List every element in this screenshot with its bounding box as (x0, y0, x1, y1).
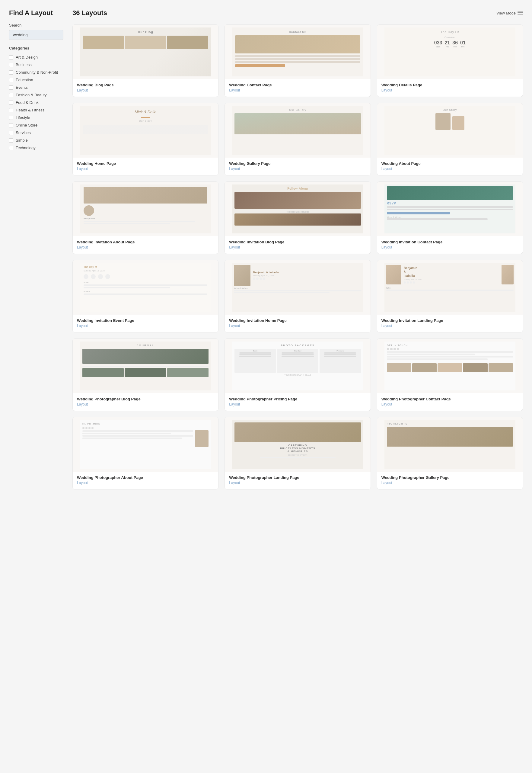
category-label: Health & Fitness (16, 108, 44, 112)
col-title: Standard (294, 350, 301, 352)
sidebar-item-health[interactable]: Health & Fitness (9, 106, 63, 114)
count-label: days (436, 46, 441, 48)
thumb-title: HI, I'M JOHN (82, 423, 209, 425)
card-thumbnail: The Day of Sunday, April 12, 2024 When W… (73, 260, 218, 314)
contact-imgs (387, 363, 513, 372)
thumb-portrait (84, 205, 94, 216)
card-thumbnail: RSVP When & Where (377, 182, 523, 236)
sidebar-item-technology[interactable]: Technology (9, 144, 63, 152)
layout-card-wedding-about[interactable]: Our Story Wedding About Page Layout (377, 103, 523, 175)
category-checkbox[interactable] (9, 116, 13, 120)
search-input[interactable] (9, 30, 63, 40)
layout-card-photo-blog[interactable]: JOURNAL Wedding Photographer Blog Page L… (72, 338, 218, 411)
thumb-top: Benjamin&Isabella Sunday, April 12, 2021 (386, 265, 514, 285)
star (91, 427, 94, 429)
card-label: Layout (229, 167, 366, 171)
layout-card-photo-pricing[interactable]: PHOTO PACKAGES Basic Standard (225, 338, 371, 411)
layout-card-wedding-blog[interactable]: Our Blog Wedding Blog Page Layout (72, 24, 218, 97)
sidebar-item-lifestyle[interactable]: Lifestyle (9, 114, 63, 121)
card-label: Layout (381, 481, 518, 485)
card-label: Layout (229, 481, 366, 485)
category-checkbox[interactable] (9, 108, 13, 112)
layout-card-photo-about[interactable]: HI, I'M JOHN (72, 417, 218, 490)
thumb-form (235, 55, 360, 67)
search-label: Search (9, 23, 63, 27)
thumb-icon (410, 281, 412, 283)
thumb-img (234, 213, 361, 225)
thumb-icon (256, 277, 259, 280)
form-button (235, 64, 285, 67)
thumb-where: When (84, 281, 207, 283)
layout-card-inv-home[interactable]: Benjamin & Isabella Sunday, April 12, 20… (225, 260, 371, 332)
thumb-sub: When & Where (387, 216, 513, 218)
sidebar-item-community[interactable]: Community & Non-Profit (9, 69, 63, 76)
thumb-icon (253, 277, 255, 280)
thumb-line (386, 289, 514, 291)
inv-home-thumb: Benjamin & Isabella Sunday, April 12, 20… (232, 263, 363, 312)
layout-card-photo-contact[interactable]: GET IN TOUCH (377, 338, 523, 411)
sidebar-item-simple[interactable]: Simple (9, 136, 63, 144)
thumb-sub: The Road Less Traveled (286, 211, 309, 213)
layout-card-wedding-contact[interactable]: Contact US Wedding Contact Page Layout (225, 24, 371, 97)
layout-card-inv-blog[interactable]: Follow Along The Road Less Traveled Wedd… (225, 181, 371, 254)
layout-card-inv-landing[interactable]: Benjamin&Isabella Sunday, April 12, 2021 (377, 260, 523, 332)
sidebar-item-food[interactable]: Food & Drink (9, 99, 63, 106)
category-checkbox[interactable] (9, 101, 13, 105)
thumb-name: Benjamin&Isabella (404, 266, 499, 278)
thumb-line (82, 366, 209, 367)
contact-line (387, 351, 513, 353)
category-checkbox[interactable] (9, 70, 13, 75)
category-checkbox[interactable] (9, 55, 13, 59)
category-checkbox[interactable] (9, 123, 13, 127)
category-label: Education (16, 78, 33, 82)
card-info: Wedding Photographer Blog Page Layout (73, 393, 218, 411)
layout-card-wedding-home[interactable]: Mick & Della Our Story Wedding Home Page… (72, 103, 218, 175)
event-line (84, 293, 207, 295)
thumb-icons (253, 277, 360, 280)
card-thumbnail: Mick & Della Our Story (73, 103, 218, 158)
thumb-title: JOURNAL (137, 344, 154, 347)
thumb-top: Benjamin & Isabella Sunday, April 12, 20… (234, 265, 361, 286)
layout-card-inv-event[interactable]: The Day of Sunday, April 12, 2024 When W… (72, 260, 218, 332)
sidebar-item-business[interactable]: Business (9, 61, 63, 69)
sidebar-title: Find A Layout (9, 9, 63, 17)
sidebar-item-art-design[interactable]: Art & Design (9, 53, 63, 61)
count-num: 033 (434, 40, 442, 46)
category-checkbox[interactable] (9, 93, 13, 97)
sidebar-item-education[interactable]: Education (9, 76, 63, 84)
sidebar-item-services[interactable]: Services (9, 129, 63, 136)
category-label: Community & Non-Profit (16, 70, 58, 75)
card-label: Layout (381, 402, 518, 407)
category-checkbox[interactable] (9, 85, 13, 90)
category-checkbox[interactable] (9, 63, 13, 67)
category-checkbox[interactable] (9, 146, 13, 150)
category-label: Simple (16, 138, 28, 142)
card-info: Wedding Home Page Layout (73, 158, 218, 175)
thumb-img (234, 192, 361, 209)
layout-card-inv-contact[interactable]: RSVP When & Where Wedding Invitation Con… (377, 181, 523, 254)
count-label: hrs (446, 46, 449, 48)
view-mode-button[interactable]: View Mode (496, 11, 523, 15)
layout-card-photo-gallery[interactable]: HIGHLIGHTS Wedding Photographer Gallery … (377, 417, 523, 490)
category-checkbox[interactable] (9, 138, 13, 142)
card-label: Layout (229, 324, 366, 328)
layout-card-wedding-details[interactable]: The Day Of Countdown 033 days 21 hrs (377, 24, 523, 97)
view-mode-label: View Mode (496, 11, 516, 15)
card-title: Wedding Invitation Blog Page (229, 240, 366, 244)
thumb-name: Mick & Della (135, 110, 156, 114)
sidebar-item-events[interactable]: Events (9, 84, 63, 91)
category-checkbox[interactable] (9, 78, 13, 82)
thumb-where2: Where (84, 290, 207, 292)
col-line (282, 352, 314, 353)
card-thumbnail: Contact US (225, 25, 370, 79)
thumb-sub: When & Where (234, 287, 361, 289)
category-checkbox[interactable] (9, 131, 13, 135)
layout-card-photo-landing[interactable]: CAPTURINGPRICELESS MOMENTS& MEMORIES BEH… (225, 417, 371, 490)
sidebar-item-online-store[interactable]: Online Store (9, 121, 63, 129)
sidebar-item-fashion[interactable]: Fashion & Beauty (9, 91, 63, 99)
thumb-img (386, 265, 401, 284)
thumb-text: Benjamin & Isabella Sunday, April 12, 20… (252, 265, 361, 286)
star (85, 427, 88, 429)
layout-card-inv-about[interactable]: Benjamina Wedding Invitation About Page … (72, 181, 218, 254)
layout-card-wedding-gallery[interactable]: Our Gallery Wedding Gallery Page Layout (225, 103, 371, 175)
